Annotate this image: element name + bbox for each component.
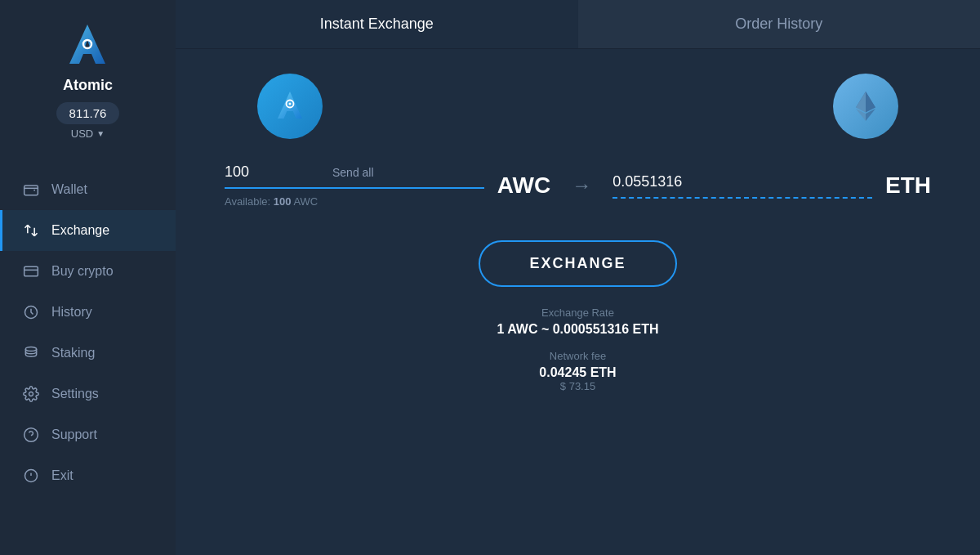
- sidebar-item-exchange[interactable]: Exchange: [0, 210, 176, 251]
- fee-usd-value: $ 73.15: [539, 380, 616, 392]
- svg-marker-15: [866, 92, 875, 113]
- to-amount-input[interactable]: [612, 173, 872, 190]
- main-content: Instant Exchange Order History: [176, 0, 980, 555]
- coins-row: [225, 74, 931, 139]
- support-icon: [22, 426, 40, 444]
- sidebar-item-staking[interactable]: Staking: [0, 333, 176, 374]
- rate-label: Exchange Rate: [497, 307, 658, 319]
- sidebar-item-exit[interactable]: Exit: [0, 455, 176, 496]
- wallet-icon: [22, 181, 40, 199]
- exit-icon: [22, 467, 40, 485]
- svg-rect-2: [24, 266, 38, 276]
- sidebar-item-buy-crypto[interactable]: Buy crypto: [0, 251, 176, 292]
- send-all-button[interactable]: Send all: [332, 166, 374, 179]
- svg-marker-14: [856, 92, 866, 113]
- svg-point-5: [29, 392, 33, 396]
- nav-list: Wallet Exchange Buy crypto History: [0, 169, 176, 496]
- sidebar-item-support[interactable]: Support: [0, 414, 176, 455]
- exchange-icon: [22, 222, 40, 239]
- buy-crypto-icon: [22, 262, 40, 280]
- history-icon: [22, 303, 40, 321]
- fee-label: Network fee: [539, 350, 616, 362]
- svg-point-6: [24, 428, 38, 442]
- tab-instant-exchange[interactable]: Instant Exchange: [176, 0, 578, 48]
- logo-container: Atomic 811.76 USD ▼: [56, 20, 120, 156]
- settings-icon: [22, 385, 40, 403]
- fee-eth-value: 0.04245 ETH: [539, 365, 616, 380]
- sidebar-item-settings[interactable]: Settings: [0, 374, 176, 414]
- eth-coin-icon: [833, 74, 898, 139]
- available-text: Available: 100 AWC: [225, 195, 484, 208]
- to-currency-label[interactable]: ETH: [885, 172, 931, 199]
- from-input-row: Send all: [225, 163, 484, 189]
- tabs: Instant Exchange Order History: [176, 0, 980, 49]
- sidebar: Atomic 811.76 USD ▼ Wallet Exchange Buy: [0, 0, 176, 555]
- sidebar-item-history[interactable]: History: [0, 292, 176, 333]
- fee-section: Network fee 0.04245 ETH $ 73.15: [539, 350, 616, 392]
- currency-selector[interactable]: USD ▼: [71, 128, 105, 140]
- tab-order-history[interactable]: Order History: [578, 0, 981, 48]
- swap-arrow-icon: →: [572, 174, 591, 197]
- rate-value: 1 AWC ~ 0.000551316 ETH: [497, 322, 658, 337]
- to-input-wrap: [612, 173, 872, 199]
- balance-badge: 811.76: [56, 102, 120, 124]
- from-currency-label[interactable]: AWC: [497, 172, 550, 199]
- awc-logo: [270, 87, 310, 126]
- exchange-panel: Send all Available: 100 AWC AWC → ETH: [176, 49, 980, 555]
- awc-coin-icon: [257, 74, 323, 139]
- sidebar-item-wallet[interactable]: Wallet: [0, 169, 176, 210]
- svg-rect-1: [24, 186, 38, 195]
- to-section: [612, 173, 872, 199]
- exchange-form-row: Send all Available: 100 AWC AWC → ETH: [225, 163, 931, 208]
- staking-icon: [22, 344, 40, 362]
- from-section: Send all Available: 100 AWC: [225, 163, 484, 208]
- svg-point-4: [25, 347, 36, 351]
- app-name: Atomic: [63, 77, 113, 94]
- exchange-button[interactable]: EXCHANGE: [479, 240, 676, 287]
- atomic-logo: [61, 20, 114, 72]
- from-amount-input[interactable]: [225, 163, 323, 181]
- eth-logo: [846, 87, 885, 126]
- svg-point-12: [289, 103, 292, 105]
- rate-section: Exchange Rate 1 AWC ~ 0.000551316 ETH: [497, 307, 658, 337]
- currency-arrow-icon: ▼: [96, 129, 105, 138]
